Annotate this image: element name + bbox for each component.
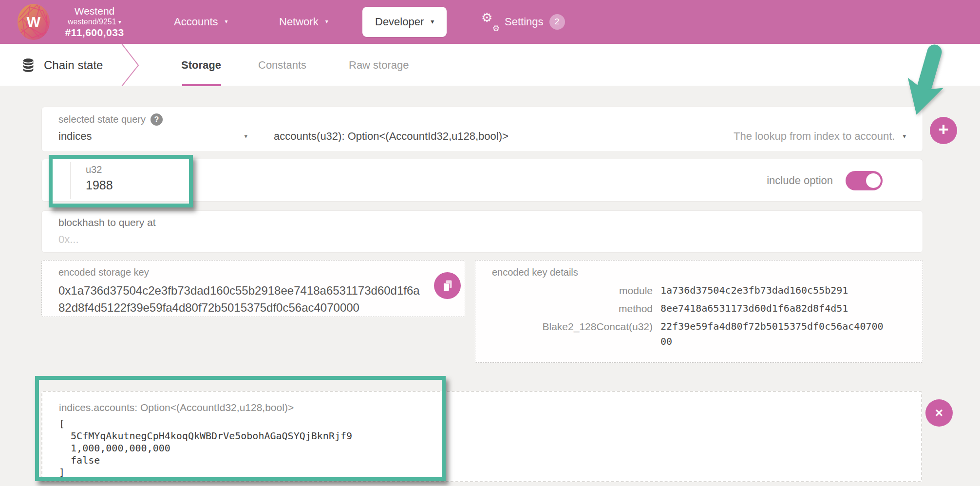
- result-line-account: 5CfMYqAkutnegCpH4koqQkWBDrVe5obohAGaQSYQ…: [59, 430, 905, 442]
- copy-button[interactable]: [434, 272, 461, 299]
- result-line-balance: 1,000,000,000,000: [59, 442, 905, 454]
- tab-constants[interactable]: Constants: [258, 44, 306, 86]
- include-option-label: include option: [767, 174, 833, 187]
- key-detail-value: 8ee7418a6531173d60d1f6a82d8f4d51: [660, 301, 886, 316]
- database-icon: [21, 58, 35, 73]
- chevron-down-icon: ▾: [225, 18, 228, 25]
- chevron-down-icon: ▾: [903, 132, 906, 140]
- chevron-down-icon: ▾: [244, 132, 247, 140]
- param-type-label: u32: [86, 164, 173, 175]
- gears-icon: ⚙ ⚙: [481, 13, 499, 31]
- result-type-header: indices.accounts: Option<(AccountId32,u1…: [59, 402, 905, 413]
- logo-letter: W: [27, 14, 40, 30]
- key-detail-name: method: [492, 301, 653, 316]
- param-divider: [70, 162, 71, 199]
- query-params-card: u32 include option: [41, 159, 923, 202]
- copy-icon: [441, 279, 454, 293]
- method-description-dropdown[interactable]: The lookup from index to account. ▾: [734, 130, 906, 143]
- result-line-bool: false: [59, 454, 905, 467]
- blockhash-card: blockhash to query at: [41, 210, 923, 253]
- chevron-down-icon: ▾: [431, 18, 434, 25]
- encoded-key-details-card: encoded key details module 1a736d37504c2…: [475, 260, 923, 363]
- encoded-key-label: encoded storage key: [58, 267, 448, 278]
- chevron-down-icon: ▾: [118, 19, 121, 25]
- menu-network[interactable]: Network ▾: [279, 0, 328, 44]
- pallet-dropdown[interactable]: indices ▾: [58, 130, 247, 143]
- settings-count-badge: 2: [549, 14, 565, 30]
- help-icon[interactable]: ?: [151, 113, 163, 126]
- encoded-storage-key-value: 0x1a736d37504c2e3fb73dad160c55b2918ee741…: [58, 282, 448, 316]
- tab-raw-storage[interactable]: Raw storage: [349, 44, 409, 86]
- key-detail-value: 1a736d37504c2e3fb73dad160c55b291: [660, 283, 886, 298]
- key-detail-name: module: [492, 283, 653, 298]
- top-header-bar: W Westend westend/9251 ▾ #11,600,033 Acc…: [0, 0, 980, 44]
- toggle-knob: [865, 172, 882, 189]
- include-option-toggle[interactable]: [846, 171, 883, 190]
- active-tab-underline: [182, 84, 221, 86]
- section-tab-bar: Chain state Storage Constants Raw storag…: [0, 44, 980, 86]
- menu-accounts[interactable]: Accounts ▾: [174, 0, 228, 44]
- result-value: [ 5CfMYqAkutnegCpH4koqQkWBDrVe5obohAGaQS…: [59, 418, 905, 479]
- result-line: [: [59, 418, 905, 430]
- blockhash-label: blockhash to query at: [58, 217, 906, 228]
- add-query-button[interactable]: +: [930, 117, 957, 144]
- chevron-down-icon: ▾: [325, 18, 328, 25]
- key-details-label: encoded key details: [492, 267, 906, 278]
- bottom-strip: [0, 482, 980, 486]
- chain-version-selector[interactable]: westend/9251 ▾: [51, 17, 138, 26]
- network-logo[interactable]: W: [18, 4, 50, 40]
- selected-state-query-card: selected state query ? indices ▾ account…: [41, 107, 923, 152]
- menu-developer-active[interactable]: Developer ▾: [362, 7, 447, 37]
- menu-settings[interactable]: ⚙ ⚙ Settings 2: [481, 0, 565, 44]
- encoded-storage-key-card: encoded storage key 0x1a736d37504c2e3fb7…: [41, 260, 465, 317]
- chain-state-page: W Westend westend/9251 ▾ #11,600,033 Acc…: [0, 0, 980, 486]
- param-value-input[interactable]: [86, 178, 173, 192]
- remove-query-button[interactable]: ×: [925, 399, 953, 427]
- chain-name: Westend: [51, 5, 138, 17]
- query-card-label: selected state query: [58, 114, 146, 125]
- network-info: Westend westend/9251 ▾ #11,600,033: [51, 5, 138, 39]
- blockhash-input[interactable]: [58, 233, 789, 246]
- storage-method-dropdown[interactable]: accounts(u32): Option<(AccountId32,u128,…: [274, 130, 509, 143]
- result-line: ]: [59, 467, 905, 479]
- key-detail-name: Blake2_128Concat(u32): [492, 319, 653, 334]
- breadcrumb-chevron: [120, 44, 142, 86]
- section-title: Chain state: [21, 44, 103, 86]
- key-detail-value: 22f39e59fa4d80f72b5015375df0c56ac4070000: [660, 319, 886, 349]
- query-results-card: indices.accounts: Option<(AccountId32,u1…: [41, 391, 922, 482]
- tab-storage[interactable]: Storage: [181, 44, 221, 86]
- best-block-number: #11,600,033: [51, 26, 138, 38]
